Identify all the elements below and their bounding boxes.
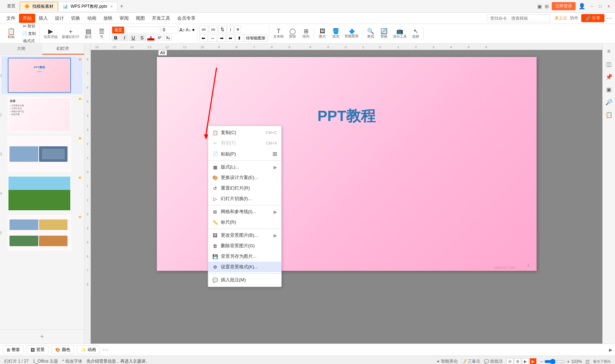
developer-menu[interactable]: 开发工具 xyxy=(148,14,174,23)
line-spacing-button[interactable]: ↕ xyxy=(227,26,234,33)
paste-button[interactable]: 📋 粘贴 xyxy=(4,27,19,40)
rt-btn-4[interactable]: ▣ xyxy=(604,84,614,94)
bold-button[interactable]: B xyxy=(112,34,120,41)
slideshow-menu[interactable]: 放映 xyxy=(100,14,116,23)
template-tab[interactable]: 🔶 找模板素材 xyxy=(20,2,58,11)
slide-item[interactable]: 3 ★ xyxy=(1,135,83,173)
new-slide-button[interactable]: ＋ 新建幻灯片 xyxy=(60,27,81,40)
close-button[interactable]: × xyxy=(605,3,612,10)
textbox-button[interactable]: T 文本框 xyxy=(271,27,286,40)
insert-menu[interactable]: 插入 xyxy=(35,14,51,23)
format-button[interactable]: 格式式 xyxy=(20,38,38,44)
font-change[interactable]: ᴬ 统改字体 xyxy=(62,358,82,364)
rt-btn-5[interactable]: 🔎 xyxy=(604,97,614,107)
align-text-button[interactable]: ≡ xyxy=(235,26,242,33)
ctx-save-bg[interactable]: 💾 背景另存为图片... xyxy=(208,251,281,262)
qt-more-icon[interactable]: ⋯ xyxy=(103,346,108,353)
distribute-v-button[interactable]: ⬍ xyxy=(235,34,243,42)
shape-button[interactable]: ◯ 形状 xyxy=(286,27,299,40)
rt-btn-1[interactable]: ≡ xyxy=(604,46,614,56)
text-direction-button[interactable]: ⇅ xyxy=(218,26,226,33)
slide-item[interactable]: 2 目录 • 介绍基本元素 • 介绍公文化 • 详细介绍产品 • 实战方案 xyxy=(1,96,83,134)
color-picker[interactable]: A xyxy=(147,34,155,41)
present-tools-button[interactable]: 📺 演示工具 xyxy=(391,27,409,40)
tab-slides[interactable]: 幻灯片 xyxy=(42,44,84,55)
view-menu[interactable]: 视图 xyxy=(132,14,148,23)
comments-button[interactable]: 💬批批注 xyxy=(484,358,503,364)
new-tab-button[interactable]: + xyxy=(117,2,126,11)
ctx-set-bg-format[interactable]: ⚙ 设置背景格式(K)... xyxy=(208,262,281,272)
reset-button[interactable]: 重置 xyxy=(112,26,124,34)
ctx-delete-bg[interactable]: 🗑 删除背景图片(G) xyxy=(208,241,281,251)
arrange-button[interactable]: ⊞ 排列 xyxy=(300,27,312,40)
rt-btn-6[interactable]: 📋 xyxy=(604,110,614,120)
ctx-reset-slide[interactable]: ↺ 重置幻灯片(R) xyxy=(208,183,281,193)
present-button[interactable]: ▶ xyxy=(530,358,537,364)
replace-button[interactable]: 🔄 替换 xyxy=(378,27,390,40)
font-size-down-icon[interactable]: A↓ xyxy=(186,27,191,32)
picture-button[interactable]: 🖼 图片 xyxy=(316,27,329,40)
add-slide-button[interactable]: + xyxy=(0,330,84,344)
smart-shape-button[interactable]: 🔷 智能图形 xyxy=(343,28,360,40)
search-input[interactable] xyxy=(487,14,550,22)
minimize-button[interactable]: − xyxy=(588,3,595,10)
layout-button[interactable]: ▤ 版式 xyxy=(82,27,95,40)
ctx-cut[interactable]: ✂ 剪切(T) Ctrl+X xyxy=(208,138,281,148)
zoom-slider[interactable] xyxy=(544,359,565,364)
font-size-up-icon[interactable]: A↑ xyxy=(179,27,185,33)
ctx-transition[interactable]: ▷ 幻灯片切换(f)... xyxy=(208,193,281,204)
fit-page-button[interactable]: ⊡ xyxy=(585,359,590,364)
vip-menu[interactable]: 会员专享 xyxy=(174,14,199,23)
section-button[interactable]: ☰ 节 xyxy=(95,27,108,40)
font-size-input[interactable] xyxy=(161,26,179,33)
qt-forward-icon[interactable]: ▶ xyxy=(609,347,612,352)
ctx-paste[interactable]: 📄 粘贴(P) ⊞ xyxy=(208,148,281,159)
cut-button[interactable]: ✂剪切 xyxy=(20,24,38,30)
notes-button[interactable]: 📝三备注 xyxy=(461,358,480,364)
smart-beautify-button[interactable]: ✦智能美化 xyxy=(436,358,458,364)
ctx-layout[interactable]: ▦ 版式(L)... ▶ xyxy=(208,162,281,172)
share-button[interactable]: 🔗分享 xyxy=(581,14,604,22)
smart-shape-btn2[interactable]: 转智能图形 xyxy=(244,34,268,42)
start-button[interactable]: ▶ 当页开始 xyxy=(42,27,59,40)
slide-item[interactable]: 5 ★ xyxy=(1,214,83,252)
normal-view-button[interactable]: ⊟ xyxy=(506,358,513,364)
zoom-out-button[interactable]: − xyxy=(540,359,543,364)
copy-button[interactable]: 📄复制 xyxy=(20,30,38,37)
close-tab-icon[interactable]: ✕ xyxy=(110,5,113,8)
ctx-design[interactable]: 🎨 更换设计方案(E)... xyxy=(208,172,281,183)
slide-item[interactable]: 4 ★ xyxy=(1,174,83,212)
review-menu[interactable]: 审阅 xyxy=(116,14,132,23)
distribute-h-button[interactable]: ⬌ xyxy=(226,34,235,42)
qt-fullset-button[interactable]: ⊞ 整套 xyxy=(3,345,24,354)
italic-button[interactable]: I xyxy=(121,34,128,41)
ctx-grid[interactable]: ⊞ 网格和参考线(I)... ▶ xyxy=(208,206,281,217)
ctx-copy[interactable]: 📋 复制(C) Ctrl+C xyxy=(208,127,281,138)
home-tab[interactable]: 首页 xyxy=(3,2,20,11)
rt-btn-3[interactable]: 📌 xyxy=(604,72,614,82)
underline-button[interactable]: U xyxy=(129,34,137,41)
qt-animation-button[interactable]: ✨ 动画 xyxy=(77,345,100,354)
ctx-insert-comment[interactable]: 💬 插入批注(M) xyxy=(208,275,281,285)
subscript-button[interactable]: X₂ xyxy=(164,35,172,41)
tab-outline[interactable]: 大纲 xyxy=(0,44,42,55)
ctx-ruler[interactable]: 📏 标尺(R) xyxy=(208,217,281,228)
clear-format-icon[interactable]: ✦ xyxy=(191,27,196,33)
more-menu[interactable]: ⋯ xyxy=(607,15,612,21)
font-name-input[interactable] xyxy=(125,26,160,33)
layout-btn1[interactable]: ▣ xyxy=(537,4,542,9)
login-button[interactable]: 立即登录 xyxy=(552,2,576,10)
reading-view-button[interactable]: ▶ xyxy=(522,358,529,364)
ctx-change-bg[interactable]: 🖼 更改背景图片(B)... ▶ xyxy=(208,230,281,241)
number-list-button[interactable]: ≔ xyxy=(209,26,218,33)
align-right-button[interactable]: ➡ xyxy=(218,34,226,42)
animation-menu[interactable]: 动画 xyxy=(84,14,100,23)
slide-sorter-button[interactable]: ⊞ xyxy=(514,358,521,364)
layout-btn2[interactable]: ⊞ xyxy=(545,4,549,9)
align-center-button[interactable]: ↔ xyxy=(208,34,217,42)
maximize-button[interactable]: □ xyxy=(597,3,604,10)
qt-color-button[interactable]: 🎨 颜色 xyxy=(51,345,74,354)
strikethrough-button[interactable]: S xyxy=(138,34,146,41)
file-menu[interactable]: 文件 xyxy=(3,14,19,23)
select-button[interactable]: ↖ 选择 xyxy=(409,27,422,40)
